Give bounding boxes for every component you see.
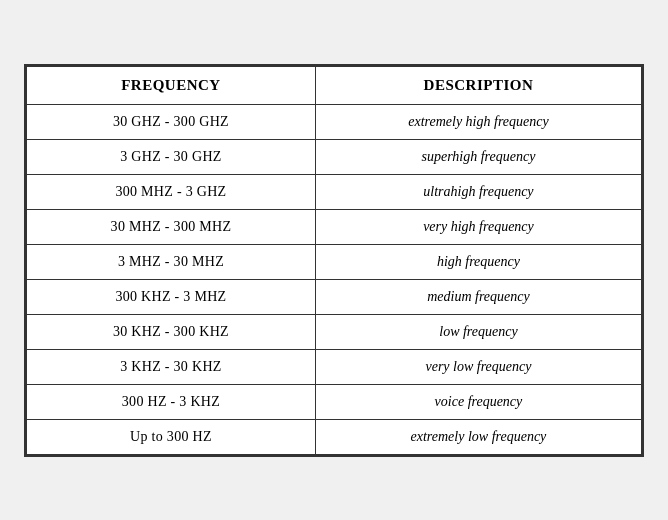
frequency-table: FREQUENCY DESCRIPTION 30 GHZ - 300 GHZex…	[26, 66, 642, 455]
frequency-cell: 300 KHZ - 3 MHZ	[27, 279, 316, 314]
table-row: 300 KHZ - 3 MHZmedium frequency	[27, 279, 642, 314]
description-cell: voice frequency	[315, 384, 641, 419]
table-row: 3 KHZ - 30 KHZvery low frequency	[27, 349, 642, 384]
table-header-row: FREQUENCY DESCRIPTION	[27, 66, 642, 104]
description-cell: extremely low frequency	[315, 419, 641, 454]
table-row: 3 MHZ - 30 MHZhigh frequency	[27, 244, 642, 279]
description-cell: superhigh frequency	[315, 139, 641, 174]
description-cell: extremely high frequency	[315, 104, 641, 139]
table-row: 300 MHZ - 3 GHZultrahigh frequency	[27, 174, 642, 209]
table-row: 300 HZ - 3 KHZvoice frequency	[27, 384, 642, 419]
frequency-table-container: FREQUENCY DESCRIPTION 30 GHZ - 300 GHZex…	[24, 64, 644, 457]
frequency-cell: 3 KHZ - 30 KHZ	[27, 349, 316, 384]
description-cell: very high frequency	[315, 209, 641, 244]
table-row: 3 GHZ - 30 GHZsuperhigh frequency	[27, 139, 642, 174]
frequency-cell: 300 HZ - 3 KHZ	[27, 384, 316, 419]
description-cell: medium frequency	[315, 279, 641, 314]
frequency-cell: 30 MHZ - 300 MHZ	[27, 209, 316, 244]
frequency-cell: Up to 300 HZ	[27, 419, 316, 454]
table-row: Up to 300 HZextremely low frequency	[27, 419, 642, 454]
frequency-cell: 300 MHZ - 3 GHZ	[27, 174, 316, 209]
frequency-cell: 3 GHZ - 30 GHZ	[27, 139, 316, 174]
description-header: DESCRIPTION	[315, 66, 641, 104]
frequency-header: FREQUENCY	[27, 66, 316, 104]
frequency-cell: 30 KHZ - 300 KHZ	[27, 314, 316, 349]
table-row: 30 KHZ - 300 KHZlow frequency	[27, 314, 642, 349]
frequency-cell: 30 GHZ - 300 GHZ	[27, 104, 316, 139]
description-cell: high frequency	[315, 244, 641, 279]
description-cell: ultrahigh frequency	[315, 174, 641, 209]
frequency-cell: 3 MHZ - 30 MHZ	[27, 244, 316, 279]
table-row: 30 GHZ - 300 GHZextremely high frequency	[27, 104, 642, 139]
description-cell: low frequency	[315, 314, 641, 349]
description-cell: very low frequency	[315, 349, 641, 384]
table-row: 30 MHZ - 300 MHZvery high frequency	[27, 209, 642, 244]
